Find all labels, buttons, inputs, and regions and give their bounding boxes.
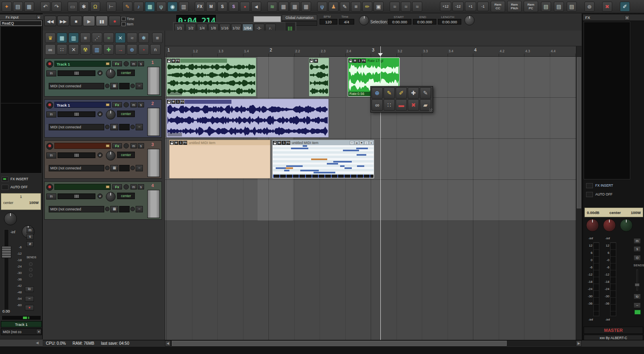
solo-defeat-badge-icon[interactable]: S: [229, 2, 239, 12]
env-monitor-button[interactable]: [130, 166, 135, 170]
phase-button[interactable]: ø: [97, 152, 103, 158]
open-project-icon[interactable]: ▤: [13, 2, 23, 12]
stop-button[interactable]: ■: [70, 16, 82, 26]
input-button[interactable]: In: [46, 111, 56, 117]
pan-center-button[interactable]: center: [117, 152, 135, 158]
freeze-icon[interactable]: ❄: [138, 33, 149, 43]
close-teal-icon[interactable]: ✕: [115, 33, 126, 43]
send-slot-2[interactable]: [29, 268, 33, 272]
grid-toggle-icon[interactable]: ▦: [145, 2, 155, 12]
phase-button[interactable]: ø: [97, 111, 103, 117]
reaper-logo-icon[interactable]: ✦: [2, 2, 12, 12]
env-monitor-button[interactable]: [130, 125, 135, 129]
mixer-panel-icon[interactable]: ▥: [92, 44, 102, 55]
grid-matrix-icon[interactable]: ∷: [57, 44, 67, 55]
input-monitor-button[interactable]: [105, 84, 109, 88]
go-to-end-button[interactable]: ▶▶: [57, 16, 69, 26]
menu-icon[interactable]: ≡: [152, 33, 163, 43]
midi-note-icon[interactable]: ♪: [134, 2, 144, 12]
smart-tool-icon[interactable]: ✐: [620, 2, 630, 12]
record-mode-icon[interactable]: ▪: [138, 44, 149, 55]
fold-button[interactable]: –: [136, 165, 143, 171]
fx-button[interactable]: Fx: [112, 143, 122, 148]
midi-monitor-3-icon[interactable]: ▤: [567, 2, 577, 12]
screenset-icon[interactable]: ▭: [68, 2, 78, 12]
scroll-right-arrow[interactable]: ▶: [576, 340, 582, 346]
curve-tool-icon[interactable]: ∷: [384, 99, 395, 111]
record-arm-button[interactable]: [46, 143, 53, 150]
phase-button[interactable]: ø: [97, 70, 103, 76]
solo-button[interactable]: s: [138, 61, 144, 66]
volume-slider[interactable]: [58, 70, 95, 76]
mute-button[interactable]: m: [130, 102, 137, 107]
record-arm-button[interactable]: ●: [25, 305, 34, 311]
envelope-button[interactable]: [124, 184, 129, 189]
envelope-button[interactable]: [124, 61, 129, 66]
input-button[interactable]: In: [46, 152, 56, 158]
master-fx-insert-button[interactable]: [586, 183, 593, 188]
play-cursor-marker[interactable]: [378, 53, 383, 56]
mute-button[interactable]: m: [130, 184, 137, 189]
export-icon[interactable]: →: [115, 44, 126, 55]
master-volume-knob[interactable]: [586, 219, 599, 232]
rem-pc-button[interactable]: RemPC: [524, 1, 538, 12]
time-mode-checkbox[interactable]: [122, 17, 126, 21]
crown-icon[interactable]: ♛: [45, 33, 56, 43]
pause-button[interactable]: ▮▮: [96, 16, 108, 26]
master-fold-button[interactable]: –: [634, 303, 641, 308]
perf-meter-icon[interactable]: ⊚: [584, 2, 594, 12]
mute-button[interactable]: m: [130, 61, 137, 66]
envelope-pencil-icon[interactable]: ✎: [122, 2, 132, 12]
envelope-button[interactable]: [124, 102, 129, 107]
midi-monitor-1-icon[interactable]: ▤: [541, 2, 551, 12]
track-name[interactable]: Track 1: [54, 102, 111, 108]
send-slot-3[interactable]: [29, 274, 33, 277]
volume-fader-handle[interactable]: [2, 246, 11, 258]
fx-button[interactable]: Fx: [112, 61, 122, 66]
audio-item-long[interactable]: M1FX: [166, 99, 329, 138]
volume-slider-handle[interactable]: [74, 194, 79, 198]
midi-input-select[interactable]: MIDI (not connected: [49, 206, 104, 212]
routing-lines-icon[interactable]: ≋: [267, 2, 277, 12]
master-send-slider[interactable]: [636, 270, 638, 290]
input-button[interactable]: In: [46, 70, 56, 76]
volume-slider-handle[interactable]: [74, 71, 79, 75]
mute-button[interactable]: m: [27, 228, 33, 233]
solo-badge-icon[interactable]: S: [217, 2, 227, 12]
list-edit-icon[interactable]: ≡: [351, 2, 361, 12]
volume-slider[interactable]: [58, 111, 95, 117]
close-icon[interactable]: ✕: [625, 15, 630, 20]
close-icon[interactable]: ✕: [369, 141, 374, 145]
master-monitor-button[interactable]: [634, 310, 641, 315]
record-arm-button[interactable]: [46, 102, 53, 109]
fold-icon[interactable]: ^: [350, 141, 354, 145]
phase-button[interactable]: ø: [97, 193, 103, 199]
rem-pitch-button[interactable]: RemPitch: [507, 1, 522, 12]
auto-mode-button[interactable]: [2, 185, 8, 190]
wave-dashed-icon[interactable]: ≈: [127, 33, 137, 43]
play-button[interactable]: ▶: [83, 16, 95, 26]
pencil-yellow-icon[interactable]: ✏: [362, 2, 372, 12]
add-track-icon[interactable]: ✚: [103, 44, 114, 55]
timeline-ruler[interactable]: 11.21.31.422.22.32.433.23.33.444.24.34.4…: [165, 46, 576, 57]
phase-button[interactable]: ø: [27, 241, 33, 247]
monitor-badge-icon[interactable]: ◀: [251, 2, 261, 12]
tuning-fork-icon[interactable]: ψ: [317, 2, 327, 12]
settings-gear-icon[interactable]: ✱: [79, 2, 89, 12]
fold-button[interactable]: –: [25, 296, 34, 302]
solo-button[interactable]: s: [27, 234, 33, 240]
routing-button[interactable]: ▦: [110, 83, 118, 89]
wave-edit-icon[interactable]: ≈: [103, 33, 114, 43]
master-volume-display[interactable]: 0.00dB center 100W: [584, 208, 643, 217]
notation-icon[interactable]: n: [150, 44, 161, 55]
track-name[interactable]: [54, 143, 111, 149]
master-fx-list[interactable]: [584, 22, 630, 179]
master-solo-button[interactable]: s: [634, 246, 641, 252]
vertical-scrollbar[interactable]: [576, 46, 582, 340]
midi-hw-3-icon[interactable]: ▦: [301, 2, 311, 12]
master-width-knob[interactable]: [620, 219, 633, 232]
bpm-value[interactable]: 120: [320, 19, 337, 25]
fold-button[interactable]: –: [136, 206, 143, 212]
zoom-icon[interactable]: ⊕: [355, 141, 359, 145]
pan-width-display[interactable]: 1 center 100W: [1, 193, 41, 210]
